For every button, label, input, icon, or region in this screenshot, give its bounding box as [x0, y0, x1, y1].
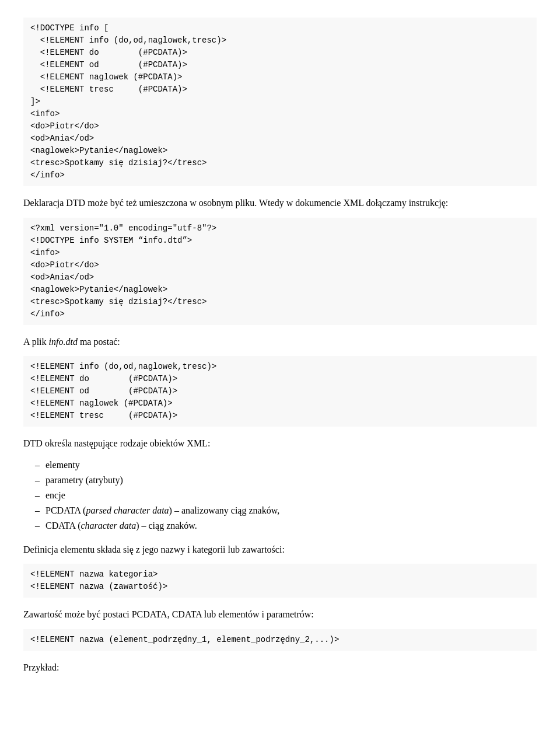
prose-example-label: Przykład: — [23, 660, 537, 675]
list-item-4-italic: parsed character data — [86, 505, 169, 515]
list-dash-1: – — [35, 458, 40, 472]
code-block-5: <!ELEMENT nazwa (element_podrzędny_1, el… — [23, 629, 537, 651]
dtd-objects-list: – elementy – parametry (atrybuty) – encj… — [35, 458, 537, 533]
prose-element-def: Definicja elementu składa się z jego naz… — [23, 542, 537, 557]
prose-info-dtd-part1: A plik — [23, 337, 49, 347]
list-item-4: – PCDATA (parsed character data) – anali… — [35, 504, 537, 518]
list-item-4-text: PCDATA (parsed character data) – analizo… — [46, 504, 279, 518]
list-item-5: – CDATA (character data) – ciąg znaków. — [35, 519, 537, 533]
list-item-3-text: encje — [46, 488, 65, 502]
prose-dtd-objects: DTD określa następujące rodzaje obiektów… — [23, 436, 537, 451]
list-item-5-text: CDATA (character data) – ciąg znaków. — [46, 519, 197, 533]
code-block-1: <!DOCTYPE info [ <!ELEMENT info (do,od,n… — [23, 18, 537, 186]
prose-info-dtd-part2: ma postać: — [78, 337, 120, 347]
list-item-2-text: parametry (atrybuty) — [46, 473, 123, 487]
code-block-4: <!ELEMENT nazwa kategoria> <!ELEMENT naz… — [23, 564, 537, 598]
prose-dtd-intro: Deklaracja DTD może być też umieszczona … — [23, 196, 537, 211]
list-item-3: – encje — [35, 488, 537, 502]
list-dash-2: – — [35, 473, 40, 487]
prose-content-types: Zawartość może być postaci PCDATA, CDATA… — [23, 607, 537, 622]
list-item-1-text: elementy — [46, 458, 80, 472]
code-block-2: <?xml version="1.0" encoding="utf-8"?> <… — [23, 218, 537, 325]
prose-info-dtd-italic: info.dtd — [49, 337, 78, 347]
list-item-5-italic: character data — [81, 521, 136, 530]
list-item-2: – parametry (atrybuty) — [35, 473, 537, 487]
list-dash-5: – — [35, 519, 40, 533]
code-block-3: <!ELEMENT info (do,od,naglowek,tresc)> <… — [23, 356, 537, 427]
list-dash-3: – — [35, 488, 40, 502]
prose-info-dtd: A plik info.dtd ma postać: — [23, 334, 537, 350]
list-dash-4: – — [35, 504, 40, 518]
list-item-1: – elementy — [35, 458, 537, 472]
